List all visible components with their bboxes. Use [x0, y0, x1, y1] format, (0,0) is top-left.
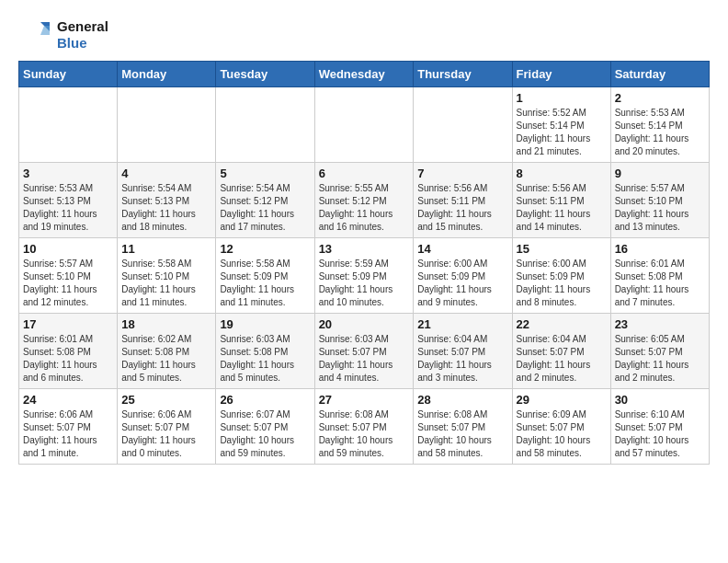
day-cell: 4Sunrise: 5:54 AM Sunset: 5:13 PM Daylig…: [118, 163, 216, 238]
day-info: Sunrise: 6:01 AM Sunset: 5:08 PM Dayligh…: [615, 258, 705, 309]
day-cell: 27Sunrise: 6:08 AM Sunset: 5:07 PM Dayli…: [314, 389, 414, 465]
day-info: Sunrise: 5:56 AM Sunset: 5:11 PM Dayligh…: [417, 182, 507, 234]
day-number: 3: [23, 167, 113, 180]
day-info: Sunrise: 6:09 AM Sunset: 5:07 PM Dayligh…: [517, 408, 607, 460]
col-header-thursday: Thursday: [414, 62, 512, 87]
day-number: 29: [517, 393, 607, 407]
col-header-monday: Monday: [118, 62, 216, 87]
day-info: Sunrise: 6:03 AM Sunset: 5:08 PM Dayligh…: [220, 333, 310, 385]
day-cell: 15Sunrise: 6:00 AM Sunset: 5:09 PM Dayli…: [512, 238, 610, 314]
day-cell: 10Sunrise: 5:57 AM Sunset: 5:10 PM Dayli…: [19, 238, 118, 314]
day-number: 1: [517, 91, 607, 105]
day-info: Sunrise: 6:03 AM Sunset: 5:07 PM Dayligh…: [319, 333, 410, 385]
week-row-2: 3Sunrise: 5:53 AM Sunset: 5:13 PM Daylig…: [19, 163, 710, 238]
day-number: 14: [417, 242, 507, 256]
day-info: Sunrise: 5:55 AM Sunset: 5:12 PM Dayligh…: [319, 182, 410, 234]
day-cell: [19, 87, 118, 163]
day-cell: 26Sunrise: 6:07 AM Sunset: 5:07 PM Dayli…: [216, 389, 314, 465]
day-cell: 24Sunrise: 6:06 AM Sunset: 5:07 PM Dayli…: [19, 389, 118, 465]
day-number: 15: [517, 242, 607, 256]
day-number: 12: [220, 242, 310, 256]
week-row-4: 17Sunrise: 6:01 AM Sunset: 5:08 PM Dayli…: [19, 314, 710, 389]
day-info: Sunrise: 6:08 AM Sunset: 5:07 PM Dayligh…: [417, 408, 507, 460]
day-number: 23: [615, 317, 705, 331]
day-cell: 29Sunrise: 6:09 AM Sunset: 5:07 PM Dayli…: [512, 389, 610, 465]
day-info: Sunrise: 5:58 AM Sunset: 5:09 PM Dayligh…: [220, 258, 310, 309]
day-cell: 7Sunrise: 5:56 AM Sunset: 5:11 PM Daylig…: [414, 163, 512, 238]
day-info: Sunrise: 5:54 AM Sunset: 5:12 PM Dayligh…: [220, 182, 310, 234]
day-info: Sunrise: 6:02 AM Sunset: 5:08 PM Dayligh…: [121, 333, 211, 385]
logo-general-text: General: [57, 18, 108, 35]
day-info: Sunrise: 5:53 AM Sunset: 5:14 PM Dayligh…: [615, 107, 705, 158]
day-number: 21: [417, 317, 507, 331]
day-cell: [216, 87, 314, 163]
day-number: 4: [121, 167, 211, 180]
day-number: 25: [121, 393, 211, 407]
day-number: 22: [517, 317, 607, 331]
week-row-1: 1Sunrise: 5:52 AM Sunset: 5:14 PM Daylig…: [19, 87, 710, 163]
col-header-tuesday: Tuesday: [216, 62, 314, 87]
day-info: Sunrise: 6:06 AM Sunset: 5:07 PM Dayligh…: [121, 408, 211, 460]
col-header-friday: Friday: [512, 62, 610, 87]
day-cell: 21Sunrise: 6:04 AM Sunset: 5:07 PM Dayli…: [414, 314, 512, 389]
day-number: 26: [220, 393, 310, 407]
day-info: Sunrise: 5:57 AM Sunset: 5:10 PM Dayligh…: [23, 258, 113, 309]
day-cell: 6Sunrise: 5:55 AM Sunset: 5:12 PM Daylig…: [314, 163, 414, 238]
day-info: Sunrise: 5:57 AM Sunset: 5:10 PM Dayligh…: [615, 182, 705, 234]
day-info: Sunrise: 5:52 AM Sunset: 5:14 PM Dayligh…: [517, 107, 607, 158]
day-cell: 19Sunrise: 6:03 AM Sunset: 5:08 PM Dayli…: [216, 314, 314, 389]
day-cell: 30Sunrise: 6:10 AM Sunset: 5:07 PM Dayli…: [610, 389, 709, 465]
day-number: 8: [517, 167, 607, 180]
day-cell: 3Sunrise: 5:53 AM Sunset: 5:13 PM Daylig…: [19, 163, 118, 238]
day-cell: 5Sunrise: 5:54 AM Sunset: 5:12 PM Daylig…: [216, 163, 314, 238]
day-info: Sunrise: 6:04 AM Sunset: 5:07 PM Dayligh…: [417, 333, 507, 385]
day-cell: 8Sunrise: 5:56 AM Sunset: 5:11 PM Daylig…: [512, 163, 610, 238]
day-info: Sunrise: 6:04 AM Sunset: 5:07 PM Dayligh…: [517, 333, 607, 385]
header-row: SundayMondayTuesdayWednesdayThursdayFrid…: [19, 62, 710, 87]
day-cell: 20Sunrise: 6:03 AM Sunset: 5:07 PM Dayli…: [314, 314, 414, 389]
day-info: Sunrise: 5:56 AM Sunset: 5:11 PM Dayligh…: [517, 182, 607, 234]
week-row-5: 24Sunrise: 6:06 AM Sunset: 5:07 PM Dayli…: [19, 389, 710, 465]
day-info: Sunrise: 5:53 AM Sunset: 5:13 PM Dayligh…: [23, 182, 113, 234]
day-cell: 22Sunrise: 6:04 AM Sunset: 5:07 PM Dayli…: [512, 314, 610, 389]
day-number: 2: [615, 91, 705, 105]
day-cell: [118, 87, 216, 163]
header: General Blue: [18, 18, 710, 52]
day-info: Sunrise: 6:08 AM Sunset: 5:07 PM Dayligh…: [319, 408, 410, 460]
col-header-wednesday: Wednesday: [314, 62, 414, 87]
day-number: 16: [615, 242, 705, 256]
day-number: 19: [220, 317, 310, 331]
day-cell: 13Sunrise: 5:59 AM Sunset: 5:09 PM Dayli…: [314, 238, 414, 314]
day-number: 30: [615, 393, 705, 407]
day-cell: 1Sunrise: 5:52 AM Sunset: 5:14 PM Daylig…: [512, 87, 610, 163]
day-info: Sunrise: 6:00 AM Sunset: 5:09 PM Dayligh…: [517, 258, 607, 309]
day-number: 9: [615, 167, 705, 180]
day-cell: 14Sunrise: 6:00 AM Sunset: 5:09 PM Dayli…: [414, 238, 512, 314]
day-cell: 9Sunrise: 5:57 AM Sunset: 5:10 PM Daylig…: [610, 163, 709, 238]
day-number: 5: [220, 167, 310, 180]
day-cell: 11Sunrise: 5:58 AM Sunset: 5:10 PM Dayli…: [118, 238, 216, 314]
col-header-sunday: Sunday: [19, 62, 118, 87]
day-number: 27: [319, 393, 410, 407]
day-info: Sunrise: 6:05 AM Sunset: 5:07 PM Dayligh…: [615, 333, 705, 385]
day-number: 7: [417, 167, 507, 180]
day-number: 17: [23, 317, 113, 331]
day-cell: [314, 87, 414, 163]
calendar-table: SundayMondayTuesdayWednesdayThursdayFrid…: [18, 61, 710, 465]
day-info: Sunrise: 5:58 AM Sunset: 5:10 PM Dayligh…: [121, 258, 211, 309]
day-info: Sunrise: 6:01 AM Sunset: 5:08 PM Dayligh…: [23, 333, 113, 385]
logo-blue-text: Blue: [57, 35, 108, 52]
day-cell: 28Sunrise: 6:08 AM Sunset: 5:07 PM Dayli…: [414, 389, 512, 465]
day-cell: 12Sunrise: 5:58 AM Sunset: 5:09 PM Dayli…: [216, 238, 314, 314]
day-cell: 25Sunrise: 6:06 AM Sunset: 5:07 PM Dayli…: [118, 389, 216, 465]
week-row-3: 10Sunrise: 5:57 AM Sunset: 5:10 PM Dayli…: [19, 238, 710, 314]
day-number: 13: [319, 242, 410, 256]
day-cell: 17Sunrise: 6:01 AM Sunset: 5:08 PM Dayli…: [19, 314, 118, 389]
logo: General Blue: [18, 18, 108, 52]
day-number: 10: [23, 242, 113, 256]
day-info: Sunrise: 6:00 AM Sunset: 5:09 PM Dayligh…: [417, 258, 507, 309]
day-number: 18: [121, 317, 211, 331]
day-cell: 23Sunrise: 6:05 AM Sunset: 5:07 PM Dayli…: [610, 314, 709, 389]
day-info: Sunrise: 6:10 AM Sunset: 5:07 PM Dayligh…: [615, 408, 705, 460]
day-info: Sunrise: 5:59 AM Sunset: 5:09 PM Dayligh…: [319, 258, 410, 309]
